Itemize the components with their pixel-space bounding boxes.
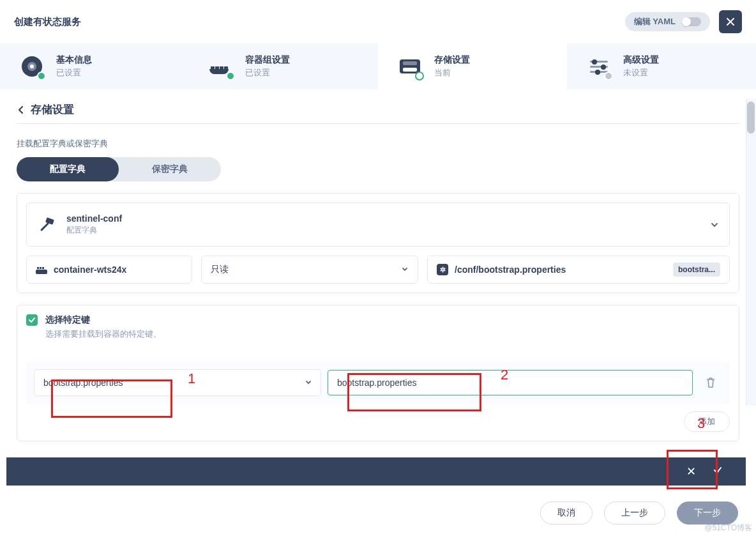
select-keys-checkbox[interactable] bbox=[26, 314, 38, 326]
mount-type-tabs: 配置字典 保密字典 bbox=[17, 157, 221, 181]
mount-mode-value: 只读 bbox=[211, 264, 229, 275]
scrollbar[interactable] bbox=[746, 99, 756, 406]
mount-description: 挂载配置字典或保密字典 bbox=[17, 138, 739, 149]
step-sub: 已设置 bbox=[56, 67, 92, 79]
hammer-icon bbox=[37, 215, 56, 234]
close-button[interactable] bbox=[719, 10, 742, 33]
key-select[interactable]: bootstrap.properties bbox=[34, 369, 321, 396]
chevron-down-icon bbox=[710, 220, 719, 229]
sliders-icon bbox=[590, 61, 608, 73]
gear-icon: ✲ bbox=[437, 264, 448, 275]
add-key-button[interactable]: 添加 bbox=[684, 411, 730, 432]
step-container-group[interactable]: 容器组设置 已设置 bbox=[189, 43, 378, 89]
container-name: container-wts24x bbox=[54, 264, 126, 275]
step-sub: 当前 bbox=[434, 67, 470, 79]
step-title: 容器组设置 bbox=[245, 54, 290, 66]
container-cell: container-wts24x bbox=[26, 256, 192, 284]
page-title: 创建有状态服务 bbox=[14, 16, 81, 28]
mount-path-cell: ✲ /conf/bootstrap.properties bootstra... bbox=[427, 256, 730, 284]
step-basic-info[interactable]: 基本信息 已设置 bbox=[0, 43, 189, 89]
step-title: 高级设置 bbox=[623, 54, 659, 66]
section-title: 存储设置 bbox=[31, 102, 74, 117]
check-icon bbox=[28, 316, 36, 324]
confirm-band: ✕ bbox=[6, 457, 746, 486]
config-type: 配置字典 bbox=[66, 225, 122, 236]
container-icon bbox=[36, 264, 47, 275]
edit-yaml-toggle[interactable]: 编辑 YAML bbox=[625, 12, 710, 31]
step-storage[interactable]: 存储设置 当前 bbox=[378, 43, 567, 89]
close-icon bbox=[725, 17, 736, 27]
select-keys-title: 选择特定键 bbox=[45, 314, 162, 326]
step-advanced[interactable]: 高级设置 未设置 bbox=[567, 43, 756, 89]
back-icon bbox=[17, 105, 26, 114]
back-title[interactable]: 存储设置 bbox=[17, 102, 739, 124]
cancel-button[interactable]: 取消 bbox=[540, 502, 593, 525]
svg-rect-3 bbox=[40, 267, 42, 269]
svg-rect-4 bbox=[42, 267, 44, 269]
config-name: sentinel-conf bbox=[66, 213, 122, 224]
mount-mode-select[interactable]: 只读 bbox=[201, 256, 418, 284]
toggle-icon bbox=[682, 17, 701, 26]
tab-configmap[interactable]: 配置字典 bbox=[17, 157, 119, 181]
svg-rect-2 bbox=[37, 267, 39, 269]
key-path-input[interactable] bbox=[328, 370, 693, 395]
edit-yaml-label: 编辑 YAML bbox=[634, 16, 676, 27]
band-cancel-button[interactable]: ✕ bbox=[686, 464, 696, 479]
chevron-down-icon bbox=[305, 379, 312, 387]
delete-key-button[interactable] bbox=[699, 377, 722, 388]
next-button[interactable]: 下一步 bbox=[677, 502, 738, 525]
config-item-header[interactable]: sentinel-conf 配置字典 bbox=[26, 203, 730, 247]
watermark: @51CTO博客 bbox=[704, 523, 752, 533]
key-select-value: bootstrap.properties bbox=[34, 369, 321, 396]
tab-secret[interactable]: 保密字典 bbox=[119, 157, 221, 181]
prev-button[interactable]: 上一步 bbox=[604, 502, 665, 525]
select-keys-desc: 选择需要挂载到容器的特定键。 bbox=[45, 328, 162, 340]
mount-path-value: /conf/bootstrap.properties bbox=[455, 264, 566, 275]
step-sub: 未设置 bbox=[623, 67, 659, 79]
check-icon bbox=[713, 465, 723, 475]
band-confirm-button[interactable] bbox=[713, 465, 723, 478]
step-title: 基本信息 bbox=[56, 54, 92, 66]
step-title: 存储设置 bbox=[434, 54, 470, 66]
chevron-down-icon bbox=[401, 266, 409, 273]
stepper: 基本信息 已设置 容器组设置 已设置 存储设置 当前 bbox=[0, 43, 756, 89]
step-sub: 已设置 bbox=[245, 67, 290, 79]
trash-icon bbox=[706, 377, 716, 388]
key-chip: bootstra... bbox=[673, 263, 720, 277]
svg-rect-1 bbox=[36, 270, 47, 274]
